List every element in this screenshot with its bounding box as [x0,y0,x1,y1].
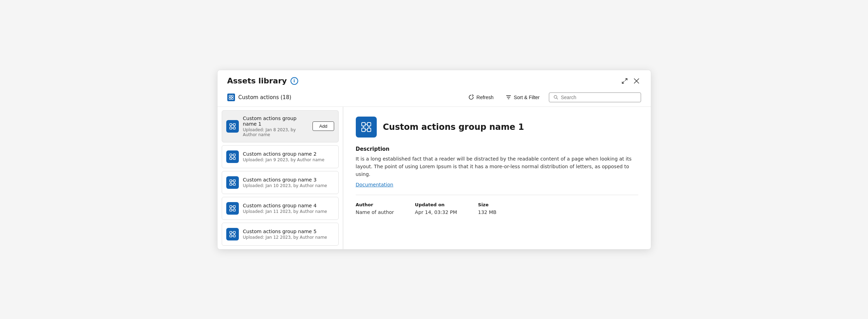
list-item[interactable]: Custom actions group name 2 Uploaded: Ja… [222,145,339,168]
search-input[interactable] [561,95,636,100]
item-meta: Uploaded: Jan 9 2023, by Author name [243,157,334,162]
svg-line-16 [557,98,558,99]
svg-rect-25 [230,154,232,156]
item-text: Custom actions group name 4 Uploaded: Ja… [243,203,334,214]
list-item[interactable]: Custom actions group name 3 Uploaded: Ja… [222,171,339,194]
item-icon [226,228,239,240]
item-meta: Uploaded: Jan 8 2023, by Author name [243,127,309,137]
puzzle-icon-item [229,179,236,186]
item-text: Custom actions group name 5 Uploaded: Ja… [243,229,334,240]
item-text: Custom actions group name 3 Uploaded: Ja… [243,177,334,188]
detail-description-label: Description [356,146,638,152]
svg-rect-4 [229,95,231,97]
svg-rect-49 [230,231,232,233]
svg-line-0 [625,79,627,81]
list-item[interactable]: Custom actions group name 5 Uploaded: Ja… [222,223,339,246]
info-icon[interactable]: i [290,77,298,85]
assets-library-panel: Assets library i [217,70,651,250]
list-item[interactable]: Custom actions group name 1 Uploaded: Ja… [222,110,339,142]
title-row: Assets library i [227,76,298,85]
puzzle-icon-item [229,123,236,130]
detail-meta-row: Author Name of author Updated on Apr 14,… [356,202,638,215]
item-meta: Uploaded: Jan 12 2023, by Author name [243,235,334,240]
filter-icon [506,94,512,100]
item-icon [226,202,239,215]
toolbar: Custom actions (18) Refresh Sort & Filte… [218,90,651,107]
svg-rect-28 [233,157,235,160]
detail-divider [356,195,638,195]
detail-title: Custom actions group name 1 [383,122,524,132]
svg-rect-59 [362,128,365,132]
updated-value: Apr 14, 03:32 PM [415,209,457,215]
updated-label: Updated on [415,202,457,207]
svg-rect-60 [367,128,371,132]
svg-rect-44 [233,209,235,211]
svg-point-15 [554,95,557,98]
svg-rect-7 [231,98,233,99]
svg-rect-34 [233,180,235,182]
meta-author: Author Name of author [356,202,394,215]
puzzle-icon-small [228,95,234,100]
item-text: Custom actions group name 2 Uploaded: Ja… [243,151,334,162]
detail-description-text: It is a long established fact that a rea… [356,155,638,178]
main-content: Custom actions group name 1 Uploaded: Ja… [218,107,651,249]
svg-rect-6 [229,98,231,99]
item-name: Custom actions group name 3 [243,177,334,183]
svg-rect-26 [233,154,235,156]
panel-title: Assets library [227,76,287,85]
svg-rect-27 [230,157,232,160]
refresh-label: Refresh [477,95,494,100]
svg-rect-41 [230,206,232,208]
expand-icon [621,78,628,84]
puzzle-icon-item [229,230,236,238]
detail-panel: Custom actions group name 1 Description … [343,107,651,249]
expand-button[interactable] [620,76,629,86]
svg-rect-17 [230,124,232,126]
refresh-button[interactable]: Refresh [465,92,496,102]
item-name: Custom actions group name 4 [243,203,334,208]
detail-header: Custom actions group name 1 [356,117,638,138]
puzzle-icon-large [360,121,373,133]
svg-rect-18 [233,124,235,126]
toolbar-left: Custom actions (18) [227,94,292,101]
toolbar-right: Refresh Sort & Filter [465,92,641,102]
refresh-icon [468,94,474,100]
svg-rect-52 [233,235,235,237]
svg-rect-36 [233,183,235,185]
add-button[interactable]: Add [312,121,334,131]
size-label: Size [478,202,496,207]
puzzle-icon-item [229,205,236,212]
svg-rect-42 [233,206,235,208]
close-icon [633,78,640,84]
item-icon [226,150,239,163]
svg-rect-51 [230,235,232,237]
documentation-link[interactable]: Documentation [356,182,393,187]
detail-icon [356,117,377,138]
author-value: Name of author [356,209,394,215]
item-text: Custom actions group name 1 Uploaded: Ja… [243,116,309,137]
svg-rect-57 [362,123,365,126]
sort-filter-button[interactable]: Sort & Filter [503,92,543,102]
section-label: Custom actions (18) [238,94,292,101]
item-icon [226,120,239,133]
svg-rect-58 [367,123,371,126]
meta-updated: Updated on Apr 14, 03:32 PM [415,202,457,215]
size-value: 132 MB [478,209,496,215]
meta-size: Size 132 MB [478,202,496,215]
custom-actions-section-icon [227,94,235,101]
author-label: Author [356,202,394,207]
svg-rect-50 [233,231,235,233]
svg-rect-33 [230,180,232,182]
panel-header-actions [620,76,641,86]
close-button[interactable] [632,76,641,86]
item-name: Custom actions group name 1 [243,116,309,127]
item-name: Custom actions group name 2 [243,151,334,157]
panel-header: Assets library i [218,70,651,90]
svg-rect-19 [230,127,232,129]
item-name: Custom actions group name 5 [243,229,334,234]
svg-rect-5 [231,95,233,97]
list-item[interactable]: Custom actions group name 4 Uploaded: Ja… [222,197,339,220]
sort-filter-label: Sort & Filter [514,95,540,100]
search-wrapper [549,92,641,102]
puzzle-icon-item [229,153,236,161]
